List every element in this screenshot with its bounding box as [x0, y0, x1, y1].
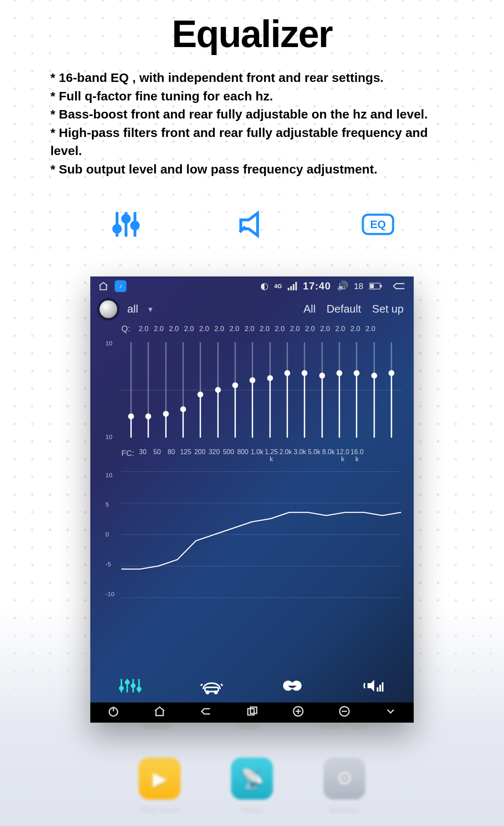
- home-nav-icon[interactable]: [153, 705, 166, 721]
- svg-rect-31: [379, 685, 381, 692]
- eq-slider[interactable]: [228, 339, 242, 440]
- eq-sliders: 1010: [103, 339, 401, 440]
- app-playstore: ▶Play Store: [139, 758, 181, 813]
- svg-marker-29: [368, 680, 374, 692]
- app-settings: ⚙Settings: [323, 758, 365, 813]
- ytick: 5: [105, 501, 115, 508]
- q-value[interactable]: 2.0: [182, 325, 196, 333]
- q-value[interactable]: 2.0: [167, 325, 181, 333]
- svg-rect-10: [290, 286, 292, 290]
- ytick: 0: [105, 531, 115, 538]
- tab-bar: [90, 669, 414, 702]
- eq-slider[interactable]: [193, 339, 207, 440]
- fc-value: 12.0k: [336, 449, 350, 463]
- eq-slider[interactable]: [384, 339, 399, 440]
- fc-value: 800: [236, 449, 250, 456]
- svg-point-23: [137, 687, 141, 691]
- ytick: -10: [105, 590, 115, 597]
- eq-slider[interactable]: [141, 339, 155, 440]
- setup-button[interactable]: Set up: [371, 300, 404, 318]
- svg-point-26: [215, 691, 217, 694]
- bullet: * Full q-factor fine tuning for each hz.: [50, 87, 454, 105]
- app-radio: 📡Radio: [231, 758, 273, 813]
- response-chart: 10 5 0 -5 -10: [103, 471, 401, 597]
- svg-text:EQ: EQ: [370, 218, 386, 231]
- signal-icon: [288, 282, 297, 290]
- fc-value: 3.0k: [293, 449, 307, 456]
- svg-point-17: [120, 687, 123, 690]
- q-value[interactable]: 2.0: [363, 325, 378, 333]
- eq-slider[interactable]: [367, 339, 381, 440]
- q-value[interactable]: 2.0: [318, 325, 332, 333]
- power-icon[interactable]: [107, 705, 120, 721]
- fc-value: 30: [136, 449, 150, 456]
- eq-slider[interactable]: [159, 339, 173, 440]
- q-value[interactable]: 2.0: [303, 325, 317, 333]
- fc-value: 2.0k: [278, 449, 293, 456]
- eq-slider[interactable]: [176, 339, 190, 440]
- eq-slider[interactable]: [245, 339, 260, 440]
- q-value[interactable]: 2.0: [197, 325, 211, 333]
- q-value[interactable]: 2.0: [288, 325, 302, 333]
- q-value[interactable]: 2.0: [227, 325, 242, 333]
- fc-value: 16.0k: [350, 449, 364, 463]
- y-top: 10: [105, 339, 113, 347]
- fc-value: 1.0k: [250, 449, 264, 456]
- eq-slider[interactable]: [297, 339, 312, 440]
- fc-value: 8.0k: [321, 449, 336, 456]
- chevron-down-icon[interactable]: ▾: [148, 304, 152, 314]
- recent-icon[interactable]: [246, 705, 258, 721]
- svg-point-25: [206, 691, 209, 694]
- q-value[interactable]: 2.0: [348, 325, 362, 333]
- chevron-down-nav-icon[interactable]: [384, 705, 397, 721]
- wifi-icon: ◐: [260, 281, 268, 292]
- all-button[interactable]: All: [303, 300, 317, 318]
- back-icon[interactable]: [392, 281, 406, 291]
- eq-slider[interactable]: [332, 339, 346, 440]
- plus-icon[interactable]: [292, 705, 304, 721]
- y-bot: 10: [105, 433, 113, 440]
- fc-value: 500: [221, 449, 236, 456]
- tab-eq[interactable]: [114, 673, 147, 698]
- q-value[interactable]: 2.0: [212, 325, 226, 333]
- app-badge-icon[interactable]: ♪: [115, 280, 126, 292]
- speaker-icon: [235, 208, 269, 243]
- fc-value: 200: [193, 449, 207, 456]
- svg-rect-30: [377, 687, 378, 692]
- ytick: -5: [105, 560, 115, 568]
- svg-point-21: [131, 684, 135, 687]
- minus-icon[interactable]: [338, 705, 351, 721]
- svg-rect-12: [295, 282, 297, 290]
- eq-icon: EQ: [361, 208, 395, 243]
- q-value[interactable]: 2.0: [242, 325, 257, 333]
- android-nav-bar: [90, 702, 414, 723]
- eq-slider[interactable]: [124, 339, 138, 440]
- eq-slider[interactable]: [263, 339, 277, 440]
- q-value[interactable]: 2.0: [273, 325, 287, 333]
- eq-slider[interactable]: [315, 339, 329, 440]
- bullet: * Sub output level and low pass frequenc…: [50, 160, 454, 179]
- eq-slider[interactable]: [349, 339, 364, 440]
- mode-label[interactable]: all: [126, 300, 139, 318]
- svg-rect-14: [381, 285, 382, 287]
- bullet: * Bass-boost front and rear fully adjust…: [50, 105, 454, 124]
- tab-car[interactable]: [195, 673, 228, 698]
- fc-value: 125: [178, 449, 193, 456]
- tab-loudness[interactable]: [357, 673, 390, 698]
- back-nav-icon[interactable]: [200, 705, 212, 721]
- svg-point-5: [131, 222, 138, 229]
- q-value[interactable]: 2.0: [136, 325, 151, 333]
- q-value[interactable]: 2.0: [333, 325, 347, 333]
- q-label: Q:: [121, 324, 136, 334]
- home-icon[interactable]: [98, 281, 109, 292]
- knob-icon[interactable]: [100, 300, 117, 318]
- q-value[interactable]: 2.0: [152, 325, 166, 333]
- eq-slider[interactable]: [211, 339, 225, 440]
- svg-rect-32: [382, 682, 383, 692]
- bullet: * 16-band EQ , with independent front an…: [50, 68, 454, 87]
- svg-marker-6: [241, 213, 257, 235]
- tab-balance[interactable]: [276, 673, 309, 698]
- default-button[interactable]: Default: [326, 300, 362, 318]
- eq-slider[interactable]: [280, 339, 294, 440]
- q-value[interactable]: 2.0: [257, 325, 272, 333]
